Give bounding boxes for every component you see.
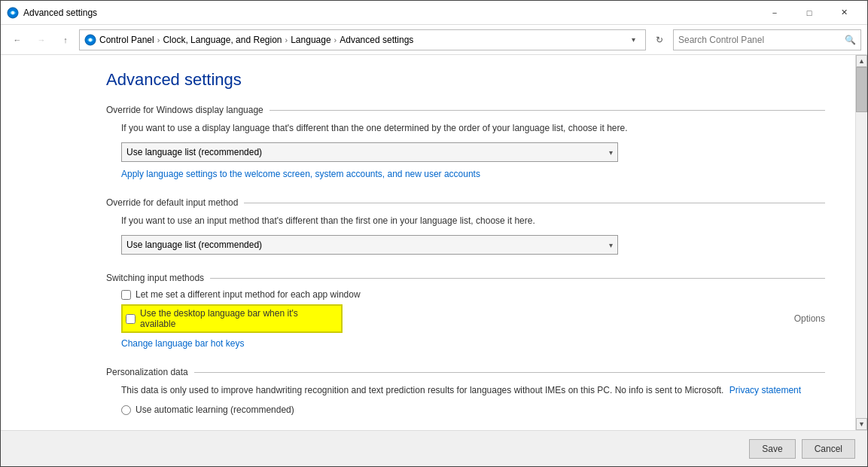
display-language-dropdown[interactable]: Use language list (recommended) ▾ — [121, 142, 618, 162]
refresh-button[interactable]: ↻ — [649, 29, 670, 50]
section-switching-line — [210, 278, 825, 279]
save-button[interactable]: Save — [749, 439, 795, 459]
address-dropdown-arrow[interactable]: ▾ — [626, 32, 641, 47]
checkbox-desktop-lang-bar-label: Use the desktop language bar when it's a… — [140, 308, 335, 329]
section-input-title: Override for default input method — [106, 197, 238, 208]
checkbox-row-different-method: Let me set a different input method for … — [121, 289, 825, 300]
highlighted-row: Use the desktop language bar when it's a… — [121, 304, 825, 333]
search-input[interactable] — [678, 35, 842, 45]
section-personalization-title: Personalization data — [106, 367, 188, 377]
search-icon[interactable]: 🔍 — [845, 35, 856, 45]
close-button[interactable]: ✕ — [827, 1, 861, 25]
scroll-area: Advanced settings Override for Windows d… — [1, 55, 855, 430]
breadcrumb-language[interactable]: Language — [291, 35, 330, 45]
section-display-line — [270, 110, 825, 111]
content-wrapper: Advanced settings Override for Windows d… — [1, 55, 867, 430]
title-text: Advanced settings — [23, 8, 757, 18]
change-hotkeys-link[interactable]: Change language bar hot keys — [121, 338, 244, 349]
window-icon — [7, 7, 19, 19]
forward-button[interactable]: → — [31, 29, 52, 50]
display-language-dropdown-row: Use language list (recommended) ▾ — [121, 142, 825, 162]
up-button[interactable]: ↑ — [55, 29, 76, 50]
radio-auto-learning[interactable] — [121, 405, 131, 415]
maximize-button[interactable]: □ — [792, 1, 827, 25]
section-switching: Switching input methods Let me set a dif… — [106, 273, 825, 349]
input-method-dropdown[interactable]: Use language list (recommended) ▾ — [121, 235, 618, 255]
highlighted-checkbox-area: Use the desktop language bar when it's a… — [121, 304, 343, 333]
breadcrumb-clock[interactable]: Clock, Language, and Region — [163, 35, 282, 45]
personalization-desc: This data is only used to improve handwr… — [121, 383, 825, 397]
scrollbar-track-inner — [856, 67, 867, 418]
footer: Save Cancel — [1, 430, 867, 466]
breadcrumb-control-panel[interactable]: Control Panel — [99, 35, 154, 45]
back-button[interactable]: ← — [7, 29, 28, 50]
radio-row-auto-learning: Use automatic learning (recommended) — [121, 404, 825, 415]
dropdown-arrow-icon2: ▾ — [609, 241, 613, 249]
section-personalization: Personalization data This data is only u… — [106, 367, 825, 415]
section-switching-title: Switching input methods — [106, 273, 204, 283]
section-personalization-header: Personalization data — [106, 367, 825, 377]
apply-language-settings-link[interactable]: Apply language settings to the welcome s… — [121, 169, 480, 179]
scrollbar-up-button[interactable]: ▲ — [856, 55, 867, 67]
scrollbar-thumb[interactable] — [856, 67, 867, 112]
display-language-desc: If you want to use a display language th… — [121, 121, 825, 135]
input-method-desc: If you want to use an input method that'… — [121, 214, 825, 227]
input-method-dropdown-row: Use language list (recommended) ▾ — [121, 235, 825, 255]
address-bar: Control Panel › Clock, Language, and Reg… — [79, 29, 646, 50]
address-icon — [84, 34, 96, 46]
window-controls: − □ ✕ — [757, 1, 861, 25]
radio-auto-learning-label: Use automatic learning (recommended) — [136, 404, 294, 415]
minimize-button[interactable]: − — [757, 1, 792, 25]
title-bar: Advanced settings − □ ✕ — [1, 1, 867, 25]
page-title: Advanced settings — [106, 70, 825, 90]
section-display-header: Override for Windows display language — [106, 105, 825, 115]
section-display-title: Override for Windows display language — [106, 105, 263, 115]
svg-point-1 — [11, 11, 14, 14]
search-box: 🔍 — [673, 29, 861, 50]
nav-bar: ← → ↑ Control Panel › Clock, Language, a… — [1, 25, 867, 55]
window: Advanced settings − □ ✕ ← → ↑ Control Pa… — [0, 0, 868, 467]
svg-point-3 — [89, 38, 92, 41]
checkbox-desktop-lang-bar[interactable] — [126, 314, 136, 324]
scrollbar: ▲ ▼ — [855, 55, 867, 430]
dropdown-arrow-icon: ▾ — [609, 148, 613, 157]
breadcrumb-advanced: Advanced settings — [340, 35, 413, 45]
section-input-line — [244, 203, 825, 203]
privacy-statement-link[interactable]: Privacy statement — [729, 385, 801, 395]
section-display-language: Override for Windows display language If… — [106, 105, 825, 179]
section-input-method: Override for default input method If you… — [106, 197, 825, 255]
options-link: Options — [343, 313, 825, 324]
checkbox-different-method-label: Let me set a different input method for … — [136, 289, 361, 300]
section-switching-header: Switching input methods — [106, 273, 825, 283]
section-input-header: Override for default input method — [106, 197, 825, 208]
cancel-button[interactable]: Cancel — [802, 439, 855, 459]
checkbox-different-method[interactable] — [121, 290, 131, 300]
scrollbar-down-button[interactable]: ▼ — [856, 418, 867, 430]
section-personalization-line — [194, 372, 825, 373]
